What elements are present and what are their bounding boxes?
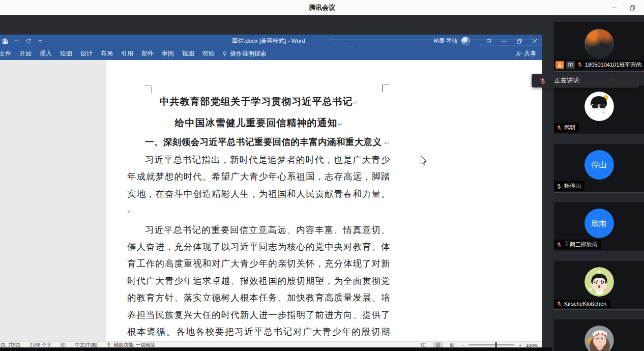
word-titlebar: 回信.docx [兼容模式] - Word 翰墨 琴仙: [0, 35, 542, 47]
word-close-button[interactable]: [527, 35, 542, 47]
participant-tile[interactable]: 武朝: [554, 85, 644, 134]
word-minimize-button[interactable]: [496, 35, 512, 47]
word-account-avatar[interactable]: [461, 37, 470, 45]
accessibility-icon: [106, 342, 111, 347]
word-status-bar: 2页, 共5页 2166 个字 中文(中国) 辅助功能: 一切就绪: [0, 341, 542, 347]
mic-muted-icon: [556, 242, 562, 248]
app-title: 腾讯会议: [0, 0, 644, 15]
participant-tile[interactable]: 欣雨 工商三邵欣雨: [554, 202, 644, 251]
participant-avatar-photo: [584, 326, 614, 351]
mic-muted-icon: [577, 62, 583, 68]
word-ribbon-tabs: 文件 开始 插入 绘图 设计 布局 引用 邮件 审阅 视图 帮助 操作说明搜索: [0, 47, 542, 60]
word-document-area: 中共教育部党组关于学习贯彻习近平总书记↵ 给中国冰雪健儿重要回信精神的通知↵ 一…: [0, 60, 542, 341]
participants-sidebar: 18050104101班军营的屏幕共享: [552, 15, 644, 351]
participant-name: 工商三邵欣雨: [564, 241, 598, 248]
person-icon: [557, 62, 563, 68]
page-margin-mark-right: [383, 84, 390, 92]
host-badge: [555, 61, 564, 69]
paragraph-mark: ↵: [127, 208, 132, 215]
participant-avatar-seascape: [584, 29, 614, 58]
ribbon-display-options-button[interactable]: [481, 35, 496, 47]
meeting-shared-screen: 回信.docx [兼容模式] - Word 翰墨 琴仙: [0, 0, 644, 351]
proofing-status[interactable]: [61, 342, 66, 347]
tab-home[interactable]: 开始: [15, 47, 36, 60]
speaking-label: 正在讲话:: [554, 76, 580, 85]
tell-me-search[interactable]: 操作说明搜索: [222, 49, 267, 58]
sharer-name-row: 18050104101班军营的屏幕共享: [554, 60, 644, 69]
tell-me-search-label: 操作说明搜索: [230, 49, 267, 58]
participant-avatar-cartoon: [584, 92, 614, 121]
app-restore-button[interactable]: [624, 0, 641, 15]
word-share-button[interactable]: 共享: [516, 47, 536, 60]
participant-tile[interactable]: KirscheKlößchen: [554, 261, 644, 309]
zoom-out-button[interactable]: −: [461, 342, 464, 347]
mic-muted-icon: [539, 77, 546, 84]
tab-mailings[interactable]: 邮件: [137, 47, 158, 60]
participant-avatar-maruko: [584, 267, 614, 297]
screen-share-badge: [566, 61, 575, 69]
app-minimize-button[interactable]: [605, 0, 623, 15]
mic-muted-icon: [556, 183, 562, 189]
zoom-slider-thumb[interactable]: [495, 342, 497, 347]
mic-muted-icon: [556, 301, 562, 307]
shared-screen-bottom-edge: [0, 347, 552, 351]
speaking-indicator-toast: 正在讲话:: [532, 74, 639, 87]
proofing-book-icon: [61, 342, 66, 347]
paragraph-mark: ↵: [384, 139, 389, 147]
participant-tile-sharer[interactable]: 18050104101班军营的屏幕共享: [554, 22, 644, 71]
participant-tile[interactable]: [554, 319, 644, 351]
screen-share-icon: [568, 62, 573, 68]
doc-title-line-1: 中共教育部党组关于学习贯彻习近平总书记↵: [127, 92, 390, 113]
read-mode-button[interactable]: [419, 342, 429, 348]
participant-name: 18050104101班军营的屏幕共享: [585, 61, 642, 69]
word-share-label: 共享: [524, 49, 536, 58]
participant-avatar-initials: 欣雨: [584, 209, 614, 238]
doc-paragraph-1: 习近平总书记指出，新时代是追梦者的时代，也是广大青少年成就梦想的时代。希望广大青…: [127, 152, 390, 221]
participant-name: 武朝: [564, 124, 575, 131]
lightbulb-icon: [222, 51, 227, 56]
participant-nameplate: 武朝: [554, 123, 579, 132]
tab-view[interactable]: 视图: [178, 47, 198, 60]
participant-nameplate: 杨停山: [554, 181, 584, 191]
participant-name: KirscheKlößchen: [564, 301, 606, 307]
document-text: 中共教育部党组关于学习贯彻习近平总书记↵ 给中国冰雪健儿重要回信精神的通知↵ 一…: [127, 92, 390, 341]
tab-references[interactable]: 引用: [117, 47, 137, 60]
participant-nameplate: KirscheKlößchen: [554, 300, 610, 308]
tab-layout[interactable]: 布局: [97, 47, 117, 60]
paragraph-mark: ↵: [353, 99, 358, 106]
document-page[interactable]: 中共教育部党组关于学习贯彻习近平总书记↵ 给中国冰雪健儿重要回信精神的通知↵ 一…: [106, 60, 542, 341]
participant-name: 杨停山: [564, 182, 581, 190]
web-layout-button[interactable]: [447, 342, 457, 348]
tencent-meeting-titlebar: 腾讯会议: [0, 0, 644, 15]
word-window: 回信.docx [兼容模式] - Word 翰墨 琴仙: [0, 35, 542, 347]
zoom-level[interactable]: 100%: [526, 342, 538, 348]
doc-title-line-2: 给中国冰雪健儿重要回信精神的通知↵: [127, 113, 390, 134]
zoom-in-button[interactable]: +: [518, 342, 521, 347]
print-layout-button[interactable]: [433, 342, 443, 348]
zoom-slider[interactable]: [469, 344, 514, 345]
doc-heading: 一、深刻领会习近平总书记重要回信的丰富内涵和重大意义 ↵: [127, 134, 390, 151]
paragraph-mark: ↵: [337, 121, 342, 128]
doc-paragraph-2: 习近平总书记的重要回信立意高远、内容丰富、情真意切、催人奋进，充分体现了以习近平…: [127, 222, 390, 341]
share-person-icon: [516, 51, 522, 57]
mic-muted-icon: [556, 125, 562, 131]
tab-draw[interactable]: 绘图: [56, 47, 76, 60]
tab-file[interactable]: 文件: [0, 47, 15, 60]
participant-tile[interactable]: 停山 杨停山: [554, 144, 644, 192]
word-window-controls: 翰墨 琴仙: [433, 35, 542, 47]
tab-review[interactable]: 审阅: [158, 47, 178, 60]
tab-insert[interactable]: 插入: [36, 47, 56, 60]
participant-nameplate: 工商三邵欣雨: [554, 240, 601, 249]
word-account-name[interactable]: 翰墨 琴仙: [433, 37, 457, 45]
meeting-logo-watermark: [610, 76, 617, 83]
tab-design[interactable]: 设计: [76, 47, 97, 60]
participant-avatar-initials: 停山: [584, 150, 614, 180]
word-restore-button[interactable]: [512, 35, 527, 47]
tab-help[interactable]: 帮助: [198, 47, 219, 60]
